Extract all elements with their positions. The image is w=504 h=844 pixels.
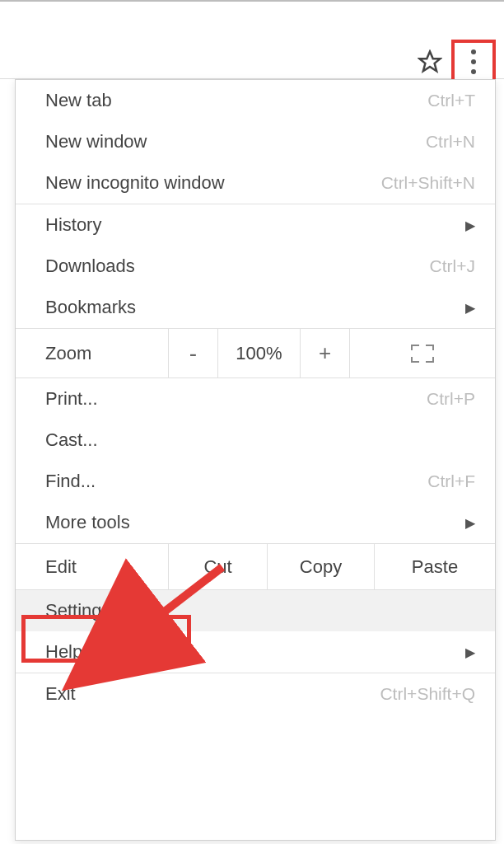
- menu-item-shortcut: Ctrl+P: [427, 389, 475, 409]
- chevron-right-icon: ▶: [465, 515, 475, 531]
- menu-section-tabs: New tab Ctrl+T New window Ctrl+N New inc…: [16, 80, 495, 204]
- menu-item-label: Help: [45, 641, 459, 663]
- menu-item-more-tools[interactable]: More tools ▶: [16, 502, 495, 543]
- edit-copy-button[interactable]: Copy: [268, 544, 375, 589]
- menu-item-label: Downloads: [45, 256, 430, 277]
- menu-item-find[interactable]: Find... Ctrl+F: [16, 461, 495, 502]
- menu-item-label: New incognito window: [45, 172, 381, 194]
- menu-item-label: New tab: [45, 90, 427, 111]
- menu-item-exit[interactable]: Exit Ctrl+Shift+Q: [16, 673, 495, 715]
- menu-item-shortcut: Ctrl+N: [426, 132, 475, 152]
- menu-item-new-window[interactable]: New window Ctrl+N: [16, 121, 495, 162]
- browser-menu-button[interactable]: [451, 40, 496, 84]
- menu-item-shortcut: Ctrl+T: [427, 91, 475, 110]
- zoom-in-button[interactable]: +: [301, 329, 350, 377]
- browser-toolbar: [0, 0, 504, 79]
- menu-item-bookmarks[interactable]: Bookmarks ▶: [16, 287, 495, 328]
- zoom-percent: 100%: [218, 329, 301, 377]
- menu-item-label: Settings: [45, 600, 475, 621]
- menu-item-shortcut: Ctrl+J: [430, 256, 475, 276]
- menu-item-shortcut: Ctrl+Shift+N: [381, 173, 475, 193]
- menu-zoom-row: Zoom - 100% +: [16, 329, 495, 378]
- menu-section-settings: Settings Help ▶: [16, 590, 495, 673]
- menu-item-settings[interactable]: Settings: [16, 590, 495, 631]
- menu-edit-row: Edit Cut Copy Paste: [16, 544, 495, 590]
- menu-item-label: Find...: [45, 471, 427, 492]
- menu-item-label: Exit: [45, 683, 380, 705]
- menu-item-label: Bookmarks: [45, 297, 459, 318]
- chevron-right-icon: ▶: [465, 300, 475, 316]
- more-vert-icon: [471, 49, 476, 74]
- menu-item-help[interactable]: Help ▶: [16, 631, 495, 673]
- menu-item-new-incognito[interactable]: New incognito window Ctrl+Shift+N: [16, 162, 495, 204]
- menu-item-shortcut: Ctrl+Shift+Q: [380, 684, 475, 704]
- menu-item-label: More tools: [45, 512, 459, 533]
- svg-marker-0: [420, 52, 441, 72]
- edit-paste-button[interactable]: Paste: [375, 544, 495, 589]
- chevron-right-icon: ▶: [465, 218, 475, 233]
- menu-section-tools: Print... Ctrl+P Cast... Find... Ctrl+F M…: [16, 378, 495, 544]
- menu-item-label: Cast...: [45, 429, 475, 451]
- menu-section-exit: Exit Ctrl+Shift+Q: [16, 673, 495, 715]
- chevron-right-icon: ▶: [465, 645, 475, 660]
- fullscreen-button[interactable]: [350, 329, 495, 377]
- menu-item-cast[interactable]: Cast...: [16, 420, 495, 461]
- menu-section-history: History ▶ Downloads Ctrl+J Bookmarks ▶: [16, 204, 495, 329]
- zoom-label: Zoom: [16, 329, 169, 377]
- menu-item-downloads[interactable]: Downloads Ctrl+J: [16, 246, 495, 287]
- edit-label: Edit: [16, 544, 169, 589]
- menu-item-label: New window: [45, 131, 426, 152]
- browser-menu-dropdown: New tab Ctrl+T New window Ctrl+N New inc…: [15, 79, 496, 841]
- menu-item-label: Print...: [45, 388, 427, 410]
- menu-item-new-tab[interactable]: New tab Ctrl+T: [16, 80, 495, 121]
- menu-item-print[interactable]: Print... Ctrl+P: [16, 378, 495, 420]
- zoom-out-button[interactable]: -: [169, 329, 218, 377]
- menu-item-shortcut: Ctrl+F: [427, 471, 475, 491]
- fullscreen-icon: [411, 345, 434, 363]
- edit-cut-button[interactable]: Cut: [169, 544, 268, 589]
- menu-item-label: History: [45, 214, 459, 236]
- bookmark-star-icon[interactable]: [415, 47, 445, 77]
- menu-item-history[interactable]: History ▶: [16, 204, 495, 246]
